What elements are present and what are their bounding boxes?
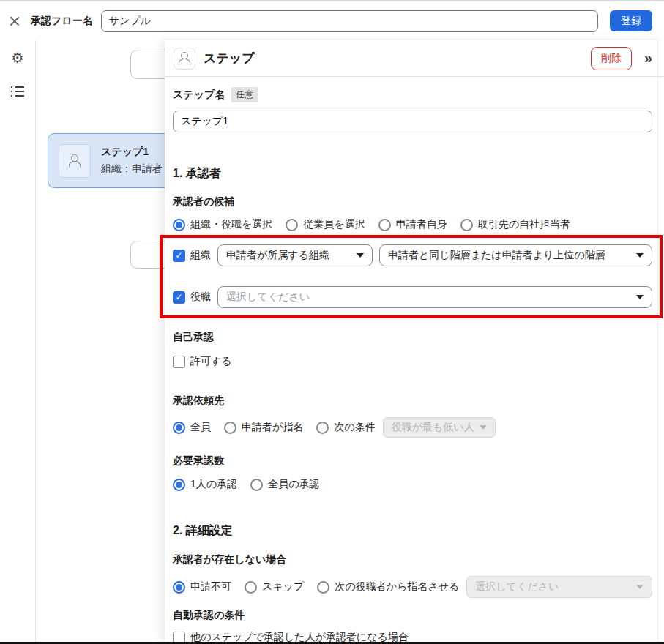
panel-body: ステップ名 任意 1. 承認者 承認者の候補 組織・役職を選択 従業員を選択 (165, 77, 664, 644)
step-card-subtitle: 組織：申請者 (101, 162, 163, 176)
radio-icon (224, 422, 236, 434)
organization-row: 組織 申請者が所属する組織 申請者と同じ階層または申請者より上位の階層 (173, 244, 652, 266)
radio-label: スキップ (262, 580, 304, 594)
radio-one-approval[interactable]: 1人の承認 (173, 478, 237, 491)
required-count-label: 必要承認数 (173, 454, 652, 468)
checkbox-icon (173, 356, 185, 368)
checkbox-label: 許可する (190, 355, 232, 368)
sidebar: ⚙ (0, 40, 36, 644)
condition-select-disabled: 役職が最も低い人 (383, 417, 496, 438)
step-card[interactable]: ステップ1 組織：申請者 (48, 133, 176, 188)
checkbox-label: 組織 (190, 249, 211, 262)
self-approval-label: 自己承認 (173, 331, 652, 344)
checkbox-icon (173, 250, 185, 262)
radio-label: 申請者が指名 (242, 421, 303, 434)
radio-icon (250, 479, 263, 491)
person-icon (67, 154, 82, 168)
radio-icon (173, 219, 185, 231)
step-settings-panel: ステップ 削除 » ステップ名 任意 1. 承認者 承認者の候補 組織・役職を選… (165, 40, 664, 644)
no-approver-label: 承認者が存在しない場合 (173, 553, 652, 566)
collapse-panel-icon[interactable]: » (644, 50, 651, 67)
step-name-input[interactable] (173, 111, 652, 132)
flow-name-input[interactable] (101, 10, 598, 32)
checkbox-label: 役職 (190, 291, 211, 304)
no-approver-radio-group: 申請不可 スキップ 次の役職者から指名させる 選択してください (173, 576, 652, 598)
radio-label: 全員の承認 (268, 478, 319, 491)
radio-icon (286, 219, 298, 231)
panel-person-icon-box (174, 48, 195, 70)
candidates-radio-group: 組織・役職を選択 従業員を選択 申請者自身 取引先の自社担当者 (173, 218, 652, 231)
caret-down-icon (636, 585, 644, 589)
radio-label: 1人の承認 (190, 478, 237, 491)
radio-icon (173, 422, 185, 434)
radio-partner-contact[interactable]: 取引先の自社担当者 (460, 218, 570, 231)
hierarchy-select[interactable]: 申請者と同じ階層または申請者より上位の階層 (379, 244, 652, 266)
request-to-label: 承認依頼先 (173, 394, 652, 408)
radio-designate-from-next-role[interactable]: 次の役職者から指名させる (317, 580, 459, 594)
radio-next-condition[interactable]: 次の条件 (316, 421, 375, 434)
radio-applicant-self[interactable]: 申請者自身 (378, 218, 447, 231)
radio-label: 全員 (190, 421, 211, 434)
radio-icon (316, 422, 329, 434)
radio-label: 次の役職者から指名させる (335, 580, 459, 594)
radio-select-employee[interactable]: 従業員を選択 (286, 218, 365, 231)
top-bar: 承認フロー名 登録 (0, 1, 664, 40)
register-button[interactable]: 登録 (610, 10, 652, 31)
candidates-label: 承認者の候補 (173, 195, 652, 209)
section2-heading: 2. 詳細設定 (173, 523, 652, 539)
app-window: 承認フロー名 登録 ⚙ ステップ1 組織：申請者 (0, 0, 664, 644)
caret-down-icon (357, 253, 364, 258)
radio-everyone[interactable]: 全員 (173, 421, 211, 434)
step-list-icon[interactable] (11, 86, 24, 97)
radio-label: 申請不可 (190, 580, 231, 594)
body-row: ⚙ ステップ1 組織：申請者 (0, 40, 664, 644)
organization-select[interactable]: 申請者が所属する組織 (217, 244, 373, 266)
role-select[interactable]: 選択してください (217, 286, 652, 308)
flow-name-label: 承認フロー名 (31, 15, 93, 28)
radio-all-approval[interactable]: 全員の承認 (250, 478, 319, 491)
close-icon[interactable] (7, 14, 22, 29)
radio-label: 申請者自身 (396, 218, 447, 231)
radio-icon (173, 581, 185, 594)
required-count-radio-group: 1人の承認 全員の承認 (173, 478, 652, 491)
radio-icon (173, 479, 185, 491)
panel-title: ステップ (204, 50, 591, 67)
radio-icon (378, 219, 391, 231)
caret-down-icon (636, 295, 644, 299)
role-checkbox[interactable]: 役職 (173, 291, 211, 304)
next-role-select-disabled: 選択してください (466, 576, 652, 598)
role-row: 役職 選択してください (173, 286, 652, 308)
caret-down-icon (636, 253, 644, 258)
step-name-label: ステップ名 (173, 89, 225, 102)
radio-skip[interactable]: スキップ (245, 580, 304, 594)
optional-badge: 任意 (231, 87, 258, 102)
panel-header: ステップ 削除 » (165, 40, 664, 77)
caret-down-icon (480, 425, 487, 430)
radio-label: 従業員を選択 (303, 218, 365, 231)
radio-icon (460, 219, 473, 231)
organization-checkbox[interactable]: 組織 (173, 249, 211, 262)
step-card-texts: ステップ1 組織：申請者 (101, 146, 163, 176)
scrollbar-track[interactable] (657, 40, 658, 644)
radio-label: 取引先の自社担当者 (478, 218, 570, 231)
step-card-title: ステップ1 (101, 146, 163, 159)
radio-applicant-designates[interactable]: 申請者が指名 (224, 421, 303, 434)
delete-step-button[interactable]: 削除 (591, 47, 632, 70)
step-card-icon-box (59, 144, 91, 178)
person-icon (177, 51, 192, 66)
radio-select-org-role[interactable]: 組織・役職を選択 (173, 218, 272, 231)
self-approval-checkbox[interactable]: 許可する (173, 355, 652, 368)
radio-label: 次の条件 (334, 421, 375, 434)
radio-cannot-apply[interactable]: 申請不可 (173, 580, 231, 594)
radio-icon (245, 581, 257, 594)
radio-label: 組織・役職を選択 (190, 218, 272, 231)
radio-icon (317, 581, 329, 594)
section1-heading: 1. 承認者 (173, 166, 652, 181)
request-to-radio-group: 全員 申請者が指名 次の条件 役職が最も低い人 (173, 417, 652, 438)
settings-gear-icon[interactable]: ⚙ (11, 50, 24, 65)
auto-approval-label: 自動承認の条件 (173, 609, 652, 622)
checkbox-icon (173, 291, 185, 304)
